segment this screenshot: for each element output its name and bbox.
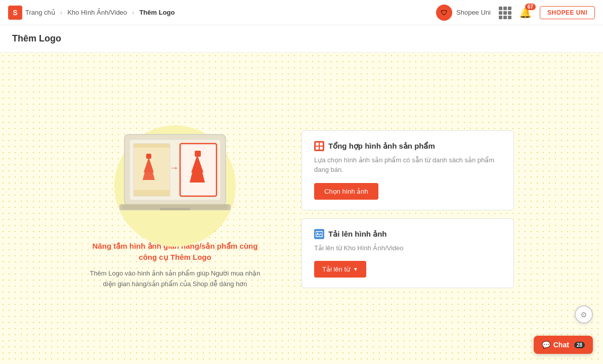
card-upload: Tải lên hình ảnh Tải lên từ Kho Hình Ảnh… xyxy=(302,218,514,289)
breadcrumb-sep-1: › xyxy=(60,9,62,16)
svg-rect-4 xyxy=(134,190,170,196)
grid-dot xyxy=(503,11,507,15)
card-aggregate-desc: Lựa chọn hình ảnh sản phẩm có sẵn từ dan… xyxy=(314,155,501,175)
grid-apps-icon[interactable] xyxy=(499,7,511,19)
shopee-uni-section: Shopee Uni xyxy=(436,5,491,21)
image-upload-icon xyxy=(316,231,323,238)
chat-label: Chat xyxy=(553,341,569,349)
card-upload-header: Tải lên hình ảnh xyxy=(314,229,501,239)
grid-dot xyxy=(499,16,502,19)
breadcrumb-parent[interactable]: Kho Hình Ảnh/Video xyxy=(67,9,127,16)
grid-dot xyxy=(499,7,502,10)
svg-rect-14 xyxy=(316,147,319,150)
grid-image-icon xyxy=(316,143,323,150)
navbar-right: Shopee Uni 🔔 67 SHOPEE UNI xyxy=(436,5,595,21)
laptop-svg: → xyxy=(104,129,246,225)
main-content: → Nâng tầm hình ảnh gian hàng/sản phẩm c… xyxy=(0,53,603,364)
cards-area: Tổng hợp hình ảnh sản phẩm Lựa chọn hình… xyxy=(302,130,514,289)
card-upload-title: Tải lên hình ảnh xyxy=(328,230,387,239)
chat-badge: 28 xyxy=(574,342,585,348)
navbar-left: S Trang chủ › Kho Hình Ảnh/Video › Thêm … xyxy=(8,6,175,20)
notification-badge: 67 xyxy=(525,4,536,10)
card-upload-icon xyxy=(314,229,324,239)
card-aggregate-title: Tổng hợp hình ảnh sản phẩm xyxy=(328,142,435,151)
breadcrumb-sep-2: › xyxy=(132,9,134,16)
svg-rect-16 xyxy=(316,232,323,237)
breadcrumb-current: Thêm Logo xyxy=(139,9,175,16)
grid-dot xyxy=(508,7,511,10)
shopee-uni-avatar[interactable] xyxy=(436,5,452,21)
illustration-area: → Nâng tầm hình ảnh gian hàng/sản phẩm c… xyxy=(89,129,261,290)
chat-icon: 💬 xyxy=(542,341,550,349)
choose-image-button[interactable]: Chọn hình ảnh xyxy=(314,183,378,200)
chat-button[interactable]: 💬 Chat 28 xyxy=(534,336,593,354)
grid-dot xyxy=(508,11,511,15)
notification-button[interactable]: 🔔 67 xyxy=(519,7,532,19)
upload-button[interactable]: Tải lên từ ▼ xyxy=(314,261,366,278)
shopee-uni-label: Shopee Uni xyxy=(456,9,491,16)
svg-rect-15 xyxy=(320,147,323,150)
navbar: S Trang chủ › Kho Hình Ảnh/Video › Thêm … xyxy=(0,0,603,25)
chevron-down-icon: ▼ xyxy=(353,266,358,272)
card-aggregate: Tổng hợp hình ảnh sản phẩm Lựa chọn hình… xyxy=(302,130,514,210)
card-aggregate-header: Tổng hợp hình ảnh sản phẩm xyxy=(314,141,501,151)
svg-rect-11 xyxy=(160,208,190,210)
laptop-illustration: → xyxy=(104,129,246,231)
help-icon: ⊙ xyxy=(581,310,587,318)
card-upload-desc: Tải lên từ Kho Hình Ảnh/Video xyxy=(314,243,501,253)
svg-rect-3 xyxy=(134,144,170,148)
svg-rect-13 xyxy=(320,143,323,146)
shopee-uni-button[interactable]: SHOPEE UNI xyxy=(540,6,595,19)
upload-button-label: Tải lên từ xyxy=(322,265,350,273)
grid-dot xyxy=(503,16,507,19)
grid-dot xyxy=(508,16,511,19)
svg-text:→: → xyxy=(169,163,179,173)
help-button[interactable]: ⊙ xyxy=(575,305,593,324)
svg-rect-12 xyxy=(316,143,319,146)
breadcrumb-home[interactable]: Trang chủ xyxy=(25,9,55,16)
page-title: Thêm Logo xyxy=(12,33,591,44)
svg-rect-5 xyxy=(146,154,151,159)
grid-dot xyxy=(503,7,507,10)
illustration-desc: Thêm Logo vào hình ảnh sản phẩm giúp Ngư… xyxy=(89,268,261,290)
grid-dot xyxy=(499,11,502,15)
shopee-logo[interactable]: S xyxy=(8,6,22,20)
card-aggregate-icon xyxy=(314,141,324,151)
page-header: Thêm Logo xyxy=(0,25,603,53)
svg-rect-8 xyxy=(195,151,201,157)
